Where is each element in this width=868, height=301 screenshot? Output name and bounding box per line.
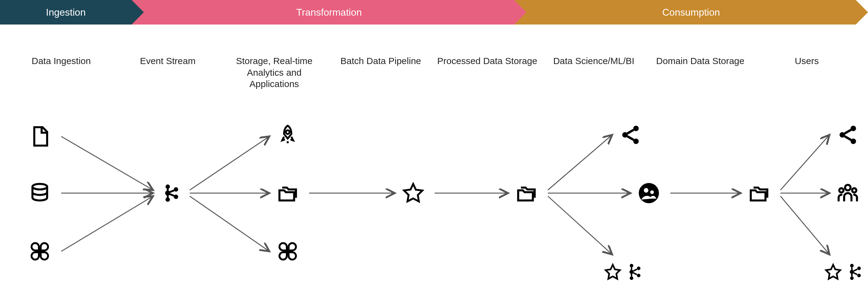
svg-point-5 xyxy=(174,195,178,199)
kafka-icon xyxy=(159,181,184,206)
arrow-processed-to-share xyxy=(548,135,612,190)
svg-point-19 xyxy=(630,276,633,280)
column-headers: Data Ingestion Event Stream Storage, Rea… xyxy=(0,55,868,92)
people-circle-icon xyxy=(637,181,661,206)
stage-consumption: Consumption xyxy=(514,0,856,25)
stage-ingestion-label: Ingestion xyxy=(46,7,86,18)
svg-point-41 xyxy=(857,274,861,277)
svg-point-13 xyxy=(633,126,639,131)
folders-icon-domain xyxy=(747,181,771,206)
svg-point-10 xyxy=(286,130,289,134)
svg-point-30 xyxy=(850,126,856,131)
apps-icon-2 xyxy=(275,239,300,264)
svg-line-44 xyxy=(854,269,857,271)
svg-line-16 xyxy=(627,136,634,140)
arrow-stream-to-apps xyxy=(190,196,269,251)
svg-point-0 xyxy=(32,184,47,189)
svg-line-33 xyxy=(845,136,851,140)
folders-icon-processed xyxy=(514,181,539,206)
stage-transformation: Transformation xyxy=(132,0,514,25)
database-icon xyxy=(28,181,52,206)
file-icon xyxy=(28,124,52,149)
svg-point-4 xyxy=(174,187,178,192)
svg-point-17 xyxy=(630,264,633,268)
arrow-stream-to-rocket xyxy=(190,136,269,190)
stage-consumption-label: Consumption xyxy=(662,7,720,18)
svg-point-12 xyxy=(622,132,628,138)
share-icon-2 xyxy=(836,122,860,147)
col-storage-analytics: Storage, Real-time Analytics and Applica… xyxy=(222,55,326,92)
svg-point-35 xyxy=(839,188,843,192)
share-icon xyxy=(618,122,643,147)
svg-point-31 xyxy=(850,139,856,144)
svg-point-40 xyxy=(857,267,861,270)
svg-line-8 xyxy=(169,190,174,192)
arrow-domain-to-starkafka xyxy=(780,196,830,254)
col-data-science: Data Science/ML/BI xyxy=(542,55,646,92)
arrow-apps-to-stream xyxy=(61,196,153,251)
col-batch-pipeline: Batch Data Pipeline xyxy=(329,55,433,92)
svg-point-3 xyxy=(165,197,170,202)
svg-point-27 xyxy=(644,188,649,193)
col-event-stream: Event Stream xyxy=(116,55,220,92)
svg-point-28 xyxy=(650,190,654,194)
col-domain-storage: Domain Data Storage xyxy=(648,55,752,92)
svg-point-29 xyxy=(840,132,845,138)
svg-point-39 xyxy=(850,276,854,280)
star-kafka-group-2 xyxy=(820,261,868,285)
svg-point-38 xyxy=(850,270,854,274)
col-data-ingestion: Data Ingestion xyxy=(9,55,113,92)
stage-header: Ingestion Transformation Consumption xyxy=(0,0,868,25)
rocket-icon xyxy=(275,122,300,147)
arrow-file-to-stream xyxy=(61,136,153,190)
svg-point-34 xyxy=(845,185,850,190)
svg-point-14 xyxy=(633,139,639,144)
arrow-processed-to-starkafka xyxy=(548,196,612,254)
star-kafka-group xyxy=(600,261,649,285)
star-icon xyxy=(401,181,426,206)
stage-transformation-label: Transformation xyxy=(296,7,362,18)
svg-line-15 xyxy=(627,130,634,134)
svg-line-32 xyxy=(845,130,851,134)
svg-point-20 xyxy=(637,267,641,270)
col-users: Users xyxy=(755,55,859,92)
svg-line-9 xyxy=(169,194,174,196)
svg-line-24 xyxy=(633,269,637,271)
svg-point-26 xyxy=(639,183,659,203)
folders-icon xyxy=(275,181,300,206)
stage-ingestion: Ingestion xyxy=(0,0,132,25)
arrow-domain-to-share xyxy=(780,135,830,190)
svg-line-45 xyxy=(854,273,857,275)
users-icon xyxy=(836,181,860,206)
svg-point-36 xyxy=(852,188,856,192)
col-processed-storage: Processed Data Storage xyxy=(435,55,539,92)
svg-line-25 xyxy=(633,273,637,275)
svg-point-21 xyxy=(637,274,641,277)
svg-point-1 xyxy=(165,185,170,189)
svg-point-11 xyxy=(286,141,289,143)
apps-icon xyxy=(28,239,52,264)
svg-point-37 xyxy=(850,264,854,268)
svg-point-18 xyxy=(629,270,633,274)
diagram-body xyxy=(0,101,868,291)
